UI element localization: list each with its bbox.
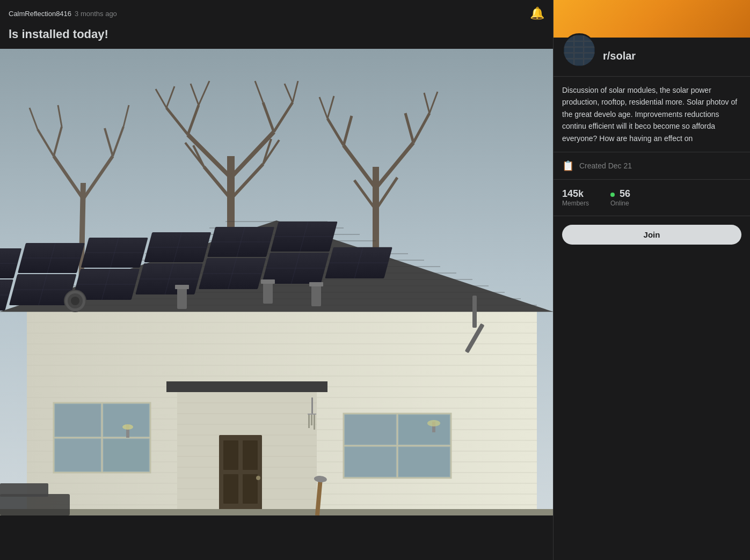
subreddit-banner: [554, 0, 750, 38]
svg-rect-183: [565, 48, 573, 53]
main-post-area: CalmReflection8416 3 months ago 🔔 ls ins…: [0, 0, 553, 560]
svg-rect-187: [574, 53, 583, 58]
online-label: Online: [610, 200, 630, 207]
svg-rect-119: [175, 285, 189, 289]
svg-rect-153: [55, 439, 100, 471]
svg-rect-143: [223, 440, 238, 470]
svg-rect-194: [564, 41, 595, 42]
svg-point-170: [427, 420, 440, 426]
svg-rect-191: [584, 59, 594, 65]
svg-rect-168: [314, 415, 315, 430]
subreddit-created: 📋 Created Dec 21: [554, 152, 750, 180]
svg-rect-118: [177, 288, 187, 309]
subreddit-description: Discussion of solar modules, the solar p…: [554, 77, 750, 152]
svg-rect-159: [399, 415, 449, 444]
house-solar-image: [0, 49, 553, 515]
svg-rect-144: [243, 440, 258, 470]
svg-rect-158: [345, 415, 396, 444]
post-meta: CalmReflection8416 3 months ago: [9, 10, 117, 18]
subreddit-stats: 145k Members 56 Online: [554, 180, 750, 216]
svg-rect-186: [565, 53, 573, 58]
post-header: CalmReflection8416 3 months ago 🔔: [0, 0, 553, 27]
sidebar: r/solar Discussion of solar modules, the…: [553, 0, 750, 560]
svg-rect-182: [584, 42, 594, 47]
svg-rect-196: [564, 53, 595, 54]
join-button[interactable]: Join: [562, 225, 741, 245]
svg-rect-120: [263, 282, 273, 304]
svg-rect-165: [308, 414, 316, 415]
svg-rect-188: [584, 53, 594, 58]
svg-rect-121: [261, 279, 275, 284]
svg-rect-127: [472, 296, 477, 328]
online-count: 56: [610, 188, 630, 200]
svg-rect-185: [584, 48, 594, 53]
members-count: 145k: [562, 188, 589, 200]
svg-rect-122: [311, 285, 321, 306]
svg-rect-195: [564, 47, 595, 48]
svg-rect-151: [55, 404, 100, 436]
svg-rect-166: [308, 415, 310, 428]
svg-rect-160: [345, 447, 396, 476]
online-indicator-icon: [610, 193, 615, 197]
notification-bell-icon[interactable]: 🔔: [530, 6, 544, 20]
svg-rect-178: [574, 36, 583, 41]
subreddit-avatar: [562, 33, 596, 68]
svg-rect-123: [309, 282, 323, 286]
post-time: 3 months ago: [75, 10, 117, 18]
svg-rect-175: [0, 483, 48, 497]
post-image: [0, 49, 553, 515]
svg-rect-167: [311, 415, 312, 425]
calendar-icon: 📋: [562, 160, 574, 172]
svg-rect-181: [574, 42, 583, 47]
svg-rect-174: [0, 494, 70, 515]
svg-rect-189: [565, 59, 573, 65]
svg-marker-141: [166, 381, 327, 392]
svg-rect-190: [574, 59, 583, 65]
svg-rect-192: [573, 35, 574, 66]
post-title: ls installed today!: [0, 27, 553, 49]
svg-rect-180: [565, 42, 573, 47]
online-stat: 56 Online: [610, 188, 630, 207]
svg-rect-171: [0, 509, 553, 515]
created-date: Created Dec 21: [579, 161, 632, 170]
svg-rect-161: [399, 447, 449, 476]
svg-rect-164: [311, 397, 313, 414]
svg-rect-146: [243, 474, 258, 504]
svg-point-126: [71, 297, 79, 305]
subreddit-header: r/solar: [554, 38, 750, 77]
svg-rect-145: [223, 474, 238, 504]
svg-point-147: [256, 476, 260, 480]
members-stat: 145k Members: [562, 188, 589, 207]
subreddit-name[interactable]: r/solar: [603, 50, 636, 62]
svg-point-163: [122, 424, 133, 430]
svg-rect-193: [583, 35, 584, 66]
svg-rect-184: [574, 48, 583, 53]
members-label: Members: [562, 200, 589, 207]
post-author[interactable]: CalmReflection8416: [9, 10, 71, 18]
svg-rect-154: [104, 439, 149, 471]
join-section: Join: [554, 216, 750, 253]
svg-rect-197: [564, 58, 595, 60]
